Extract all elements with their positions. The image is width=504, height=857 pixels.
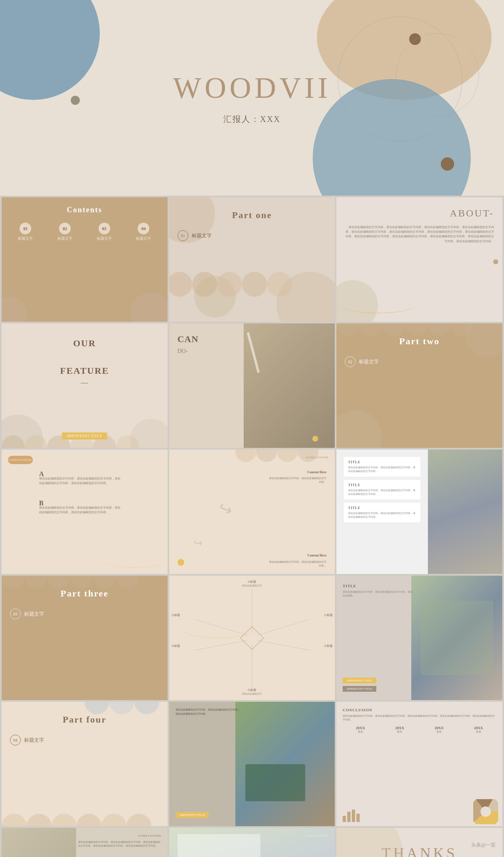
s16-pie-chart <box>473 799 498 824</box>
s15-sofa <box>245 764 305 802</box>
s6-stripe <box>247 332 260 373</box>
contents-steps: 01 标题文字 02 标题文字 03 标题文字 04 标题文字 <box>2 223 168 241</box>
hero-curve-line2 <box>396 33 479 117</box>
s13-btn1[interactable]: IMPORTANT TITLE <box>343 678 376 683</box>
s3-scallop <box>169 272 335 322</box>
part-four-num: 04 <box>10 735 21 745</box>
s9-arrow-icon2: ↪ <box>194 537 203 549</box>
slide-shelves: CONCLUSION 请在此处编辑您的文字内容，请在此处编辑您的文字内容，请在此… <box>2 828 168 857</box>
part-one-label: 标题文字 <box>192 232 212 239</box>
s10-cards-area: TITLE 请在此处编辑您的文字内容，请在此处编辑您的文字内容，请在此处编辑您的… <box>336 450 427 574</box>
s2-deco2 <box>130 293 168 322</box>
part-one-title: Part one <box>169 197 335 227</box>
slide-interior-2: 请在此处编辑您的文字内容，请在此处编辑您的文字内容，请在此处编辑您的文字内容。 … <box>169 702 335 826</box>
s13-card-text1: 请在此处编辑您的文字内容，请在此处编辑您的文字内容，请在此处编辑。 <box>343 590 414 598</box>
s12-lines <box>169 576 335 700</box>
svg-line-5 <box>257 640 310 650</box>
part-four-num-row: 04 标题文字 <box>2 731 168 749</box>
svg-line-2 <box>194 619 247 636</box>
hero-slide: WOODVII 汇报人：XXX <box>0 0 504 196</box>
s7-scallop-top <box>336 323 502 336</box>
s13-btn2[interactable]: IMPORTANT TITLE <box>343 686 376 692</box>
slide-diagram: 小标题请在此处编辑文字 小标题请在此处编辑文字 小标题 小标题 小标题 小标题 <box>169 576 335 700</box>
s10-card-text-2: 请在此处编辑您的文字内容，请在此处编辑您的文字内容，请在此处编辑您的文字内容。 <box>348 489 416 496</box>
s14-scallop <box>2 814 168 826</box>
s10-card-title-2: TITLE <box>348 483 416 487</box>
step-label-02: 标题文字 <box>57 236 72 241</box>
s13-room-element <box>420 601 493 675</box>
s9-content2-label: Content Here <box>307 554 326 557</box>
s11-scallop-top <box>2 576 168 588</box>
slide-can-do: CAN DO- <box>169 323 335 448</box>
slide-title-cards: TITLE 请在此处编辑您的文字内容，请在此处编辑您的文字内容，请在此处编辑您的… <box>336 450 502 574</box>
s18-conclusion-tag: CONCLUSION <box>306 834 329 837</box>
s10-interior-photo <box>428 450 502 574</box>
s8-text-a: 请在此处编辑您的文字内容，请在此处编辑您的文字内容，请在此处编辑您的文字内容，请… <box>39 477 122 485</box>
year-label-2: 数据 <box>397 730 402 734</box>
hero-deco-circle-topleft <box>0 0 100 100</box>
slide-content-arrows: CONCLUSION ↪ ↪ Content Here 请在此处编辑您的文字内容… <box>169 450 335 574</box>
important-title-btn[interactable]: IMPORTANT TITLE <box>62 432 107 440</box>
hero-dot-brown2 <box>441 157 454 171</box>
year-label-4: 数据 <box>476 730 481 734</box>
part-three-num-row: 03 标题文字 <box>2 605 168 623</box>
slide-our-feature: OUR FEATURE — IMPORTANT TITLE <box>2 323 168 448</box>
bar-3 <box>352 810 355 822</box>
year-label-3: 数据 <box>437 730 442 734</box>
s8-yellow-curve <box>105 555 163 568</box>
svg-line-4 <box>257 619 310 636</box>
s13-photo <box>411 576 502 700</box>
s10-card-title-3: TITLE <box>348 506 416 510</box>
s9-yellow-dot <box>178 559 184 566</box>
hero-dot-gray <box>71 96 80 105</box>
hero-subtitle: 汇报人：XXX <box>223 114 280 125</box>
year-item-2: 20XX 数据 <box>395 726 404 734</box>
step-label-01: 标题文字 <box>18 236 33 241</box>
step-label-04: 标题文字 <box>136 236 151 241</box>
part-three-label: 标题文字 <box>24 611 44 618</box>
slide-about: ABOUT- 请在此处编辑您的文字内容，请在此处编辑您的文字内容，请在此处编辑您… <box>336 197 502 322</box>
about-text: 请在此处编辑您的文字内容，请在此处编辑您的文字内容，请在此处编辑您的文字内容，请… <box>336 223 502 246</box>
s9-text2: 请在此处编辑您的文字内容，请在此处编辑您的文字内容。 <box>268 560 326 568</box>
s18-white-wall <box>178 834 260 857</box>
part-four-title: Part four <box>2 702 168 731</box>
step-num-03: 03 <box>99 223 110 234</box>
s10-card-text-1: 请在此处编辑您的文字内容，请在此处编辑您的文字内容，请在此处编辑您的文字内容。 <box>348 466 416 473</box>
slide-conclusion-pie: CONCLUSION 请在此处编辑您的文字内容，请在此处编辑您的文字内容，请在此… <box>336 702 502 826</box>
s15-text: 请在此处编辑您的文字内容，请在此处编辑您的文字内容，请在此处编辑您的文字内容。 <box>175 708 242 716</box>
year-num-3: 20XX <box>435 726 444 730</box>
part-two-num-row: 02 标题文字 <box>336 353 502 370</box>
s10-card-title-1: TITLE <box>348 460 416 464</box>
step-03: 03 标题文字 <box>97 223 112 241</box>
year-num-2: 20XX <box>395 726 404 730</box>
year-item-3: 20XX 数据 <box>435 726 444 734</box>
step-num-02: 02 <box>59 223 71 234</box>
slide-part-two: Part two 02 标题文字 <box>336 323 502 448</box>
s15-btn[interactable]: IMPORTANT TITLE <box>175 812 209 818</box>
bar-4 <box>356 814 360 822</box>
year-label-1: 数据 <box>358 730 363 734</box>
slide-interior-title: TITLE 请在此处编辑您的文字内容，请在此处编辑您的文字内容，请在此处编辑。 … <box>336 576 502 700</box>
slide-part-three: Part three 03 标题文字 <box>2 576 168 700</box>
step-num-01: 01 <box>20 223 31 234</box>
s17-conclusion-tag: CONCLUSION <box>138 834 161 837</box>
s9-arrow-icon: ↪ <box>216 497 236 521</box>
hero-title: WOODVII <box>173 71 331 105</box>
step-04: 04 标题文字 <box>136 223 151 241</box>
year-num-4: 20XX <box>474 726 483 730</box>
s8-conclusion-text: CONCLUSION <box>9 458 32 462</box>
s4-yellow-curve <box>341 297 415 313</box>
slide-conclusion-ab: CONCLUSION A 请在此处编辑您的文字内容，请在此处编辑您的文字内容，请… <box>2 450 168 574</box>
step-label-03: 标题文字 <box>97 236 112 241</box>
s10-card-1: TITLE 请在此处编辑您的文字内容，请在此处编辑您的文字内容，请在此处编辑您的… <box>344 457 420 477</box>
s4-dot <box>493 259 498 264</box>
our-feature-dash: — <box>2 378 168 391</box>
part-four-label: 标题文字 <box>24 737 44 744</box>
part-one-num-row: 01 标题文字 <box>169 227 335 244</box>
contents-title: Contents <box>2 197 168 219</box>
year-item-4: 20XX 数据 <box>474 726 483 734</box>
s16-years-row: 20XX 数据 20XX 数据 20XX 数据 20XX 数据 <box>336 722 502 736</box>
slide-part-four: Part four 04 标题文字 <box>2 702 168 826</box>
s10-card-3: TITLE 请在此处编辑您的文字内容，请在此处编辑您的文字内容，请在此处编辑您的… <box>344 503 420 522</box>
s9-conclusion-tag: CONCLUSION <box>306 456 329 459</box>
